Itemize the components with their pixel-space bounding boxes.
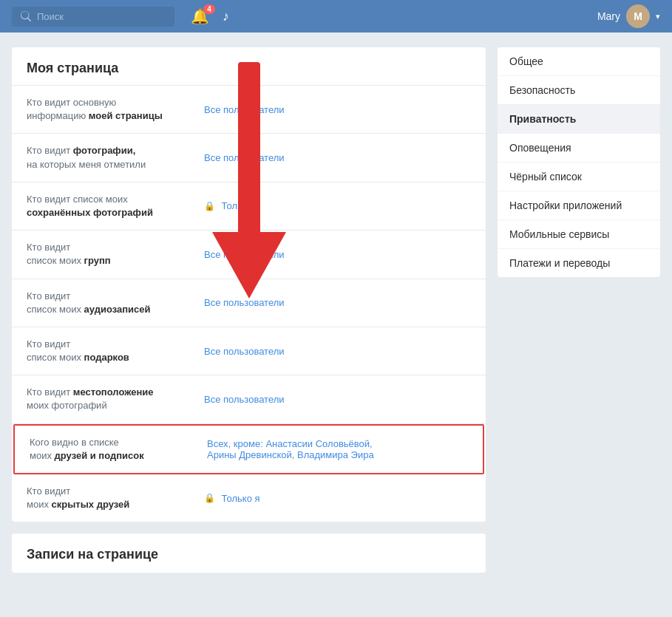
sidebar-item-label: Чёрный список — [509, 171, 582, 183]
row-value-gifts[interactable]: Все пользователи — [204, 346, 471, 357]
table-row: Кто видитсписок моих групп Все пользоват… — [12, 231, 486, 279]
table-row: Кто видит фотографии,на которых меня отм… — [12, 134, 486, 182]
sidebar-item-blacklist[interactable]: Чёрный список — [498, 163, 660, 191]
table-row-friends-list: Кого видно в спискемоих друзей и подписо… — [13, 424, 484, 474]
table-row: Кто видитсписок моих аудиозаписей Все по… — [12, 279, 486, 327]
table-row: Кто видит список моихсохранённых фотогра… — [12, 183, 486, 231]
sidebar-item-label: Общее — [509, 55, 543, 67]
my-page-section: Моя страница Кто видит основнуюинформаци… — [12, 47, 486, 522]
user-menu[interactable]: Mary M ▾ — [597, 4, 660, 28]
sidebar-item-label: Мобильные сервисы — [509, 228, 609, 240]
sidebar-item-general[interactable]: Общее — [498, 47, 660, 76]
row-value-groups[interactable]: Все пользователи — [204, 249, 471, 260]
table-row: Кто видитсписок моих подарков Все пользо… — [12, 327, 486, 375]
sidebar: Общее Безопасность Приватность Оповещени… — [498, 47, 660, 277]
row-label-gifts: Кто видитсписок моих подарков — [27, 338, 204, 364]
row-label-groups: Кто видитсписок моих групп — [27, 241, 204, 267]
sidebar-item-apps[interactable]: Настройки приложений — [498, 191, 660, 220]
my-page-title: Моя страница — [12, 47, 486, 86]
row-label-hidden-friends: Кто видитмоих скрытых друзей — [27, 485, 204, 511]
sidebar-item-label: Оповещения — [509, 142, 571, 154]
row-label-photos: Кто видит фотографии,на которых меня отм… — [27, 144, 204, 171]
posts-section-title: Записи на странице — [27, 547, 471, 562]
search-box[interactable]: Поиск — [12, 7, 174, 27]
avatar-initials: M — [634, 10, 642, 22]
sidebar-item-mobile[interactable]: Мобильные сервисы — [498, 220, 660, 249]
row-value-saved-photos[interactable]: Только я — [204, 200, 471, 211]
sidebar-item-security[interactable]: Безопасность — [498, 76, 660, 105]
search-icon — [21, 11, 31, 21]
table-row: Кто видит основнуюинформацию моей страни… — [12, 86, 486, 134]
sidebar-item-privacy[interactable]: Приватность — [498, 105, 660, 134]
chevron-down-icon: ▾ — [656, 12, 660, 21]
row-value-photos[interactable]: Все пользователи — [204, 152, 471, 163]
music-icon[interactable]: ♪ — [223, 9, 229, 24]
sidebar-item-payments[interactable]: Платежи и переводы — [498, 249, 660, 277]
row-label-friends-list: Кого видно в спискемоих друзей и подписо… — [30, 436, 207, 463]
sidebar-item-notifications[interactable]: Оповещения — [498, 134, 660, 163]
username: Mary — [597, 10, 620, 22]
row-label-location: Кто видит местоположениемоих фотографий — [27, 386, 204, 412]
row-value-basic-info[interactable]: Все пользователи — [204, 104, 471, 115]
posts-section: Записи на странице — [12, 534, 486, 573]
table-row: Кто видитмоих скрытых друзей Только я — [12, 474, 486, 522]
row-label-basic-info: Кто видит основнуюинформацию моей страни… — [27, 96, 204, 123]
notifications-button[interactable]: 🔔 4 — [191, 9, 209, 24]
sidebar-item-label: Приватность — [509, 113, 576, 125]
header-icons: 🔔 4 ♪ — [191, 9, 229, 24]
notifications-badge: 4 — [203, 4, 215, 14]
row-label-saved-photos: Кто видит список моихсохранённых фотогра… — [27, 193, 204, 219]
search-placeholder: Поиск — [37, 11, 64, 22]
sidebar-item-label: Настройки приложений — [509, 200, 622, 211]
row-label-audio: Кто видитсписок моих аудиозаписей — [27, 290, 204, 316]
content-area: Моя страница Кто видит основнуюинформаци… — [12, 47, 486, 573]
row-value-hidden-friends[interactable]: Только я — [204, 493, 471, 504]
table-row: Кто видит местоположениемоих фотографий … — [12, 375, 486, 423]
main-container: Моя страница Кто видит основнуюинформаци… — [0, 33, 672, 587]
sidebar-item-label: Платежи и переводы — [509, 257, 610, 269]
row-value-audio[interactable]: Все пользователи — [204, 297, 471, 308]
row-value-friends-list[interactable]: Всех, кроме: Анастасии Соловьёвой,Арины … — [207, 438, 468, 460]
header: Поиск 🔔 4 ♪ Mary M ▾ — [0, 0, 672, 33]
avatar: M — [626, 4, 650, 28]
sidebar-item-label: Безопасность — [509, 84, 575, 96]
row-value-location[interactable]: Все пользователи — [204, 394, 471, 405]
